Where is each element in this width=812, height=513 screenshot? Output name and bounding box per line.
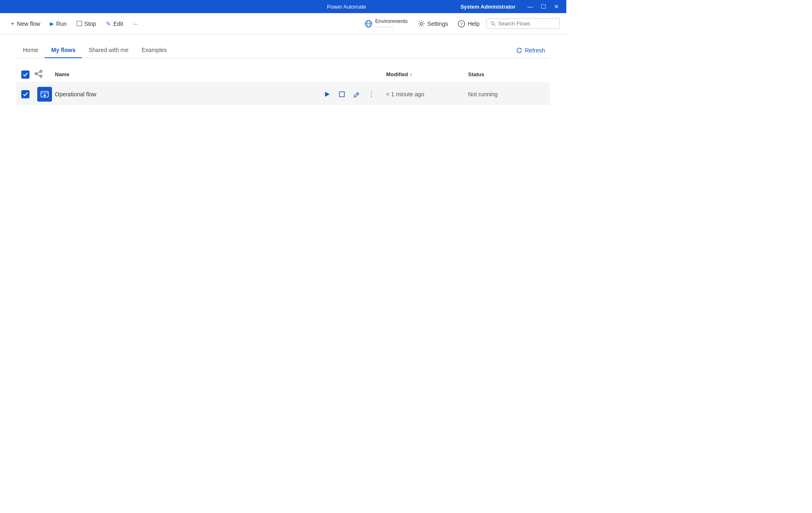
header-type-cell [34, 70, 55, 79]
toolbar: + New flow ▶ Run Stop ✎ Edit ··· Environ… [0, 13, 566, 34]
tab-my-flows[interactable]: My flows [45, 43, 82, 58]
edit-button[interactable]: ✎ Edit [102, 18, 127, 30]
header-status: Status [468, 71, 550, 77]
flow-name[interactable]: Operational flow [55, 91, 321, 98]
svg-text:?: ? [460, 21, 463, 26]
svg-marker-16 [325, 92, 330, 97]
svg-line-11 [37, 72, 40, 73]
flow-type-icon [34, 70, 43, 78]
row-edit-icon [353, 91, 360, 98]
edit-label: Edit [113, 20, 123, 27]
stop-button[interactable]: Stop [72, 18, 100, 30]
svg-point-15 [44, 95, 46, 97]
maximize-button[interactable]: ☐ [538, 2, 548, 11]
svg-line-12 [37, 74, 40, 76]
table-row: Operational flow ⋮ < 1 minute ago No [16, 84, 550, 105]
row-more-button[interactable]: ⋮ [365, 88, 378, 101]
svg-rect-17 [339, 92, 344, 97]
user-name: System Administrator [460, 4, 516, 10]
select-all-checkbox[interactable] [21, 70, 29, 79]
flow-icon-box [37, 87, 52, 102]
tab-shared-with-me[interactable]: Shared with me [82, 43, 135, 58]
environments-info: Environments ··············· [375, 18, 407, 29]
refresh-button[interactable]: Refresh [511, 44, 550, 57]
svg-point-6 [491, 22, 494, 25]
header-name: Name [55, 71, 321, 77]
search-input[interactable] [498, 20, 555, 27]
minimize-button[interactable]: — [525, 2, 535, 11]
env-subtitle: ··············· [375, 24, 407, 29]
help-icon: ? [458, 20, 465, 27]
row-run-button[interactable] [321, 88, 334, 101]
flow-status: Not running [468, 91, 550, 98]
toolbar-right: Environments ··············· Settings ? … [361, 16, 560, 32]
row-stop-button[interactable] [335, 88, 348, 101]
row-flow-icon-cell [34, 87, 55, 102]
search-icon [491, 21, 495, 27]
app-title: Power Automate [233, 4, 460, 10]
close-button[interactable]: ✕ [552, 2, 561, 11]
more-label: ··· [133, 20, 138, 27]
svg-point-9 [40, 70, 42, 73]
settings-label: Settings [427, 20, 448, 27]
sort-asc-icon: ↑ [409, 71, 412, 77]
edit-icon: ✎ [106, 20, 111, 27]
gear-icon [418, 20, 425, 27]
tabs-left: Home My flows Shared with me Examples [16, 43, 173, 58]
environments-button[interactable]: Environments ··············· [361, 16, 411, 32]
run-icon: ▶ [50, 21, 54, 27]
stop-label: Stop [84, 20, 96, 27]
environments-label: Environments [375, 18, 407, 24]
row-edit-button[interactable] [350, 88, 363, 101]
row-checkbox[interactable] [21, 90, 29, 98]
new-flow-button[interactable]: + New flow [7, 18, 44, 30]
help-label: Help [468, 20, 480, 27]
settings-button[interactable]: Settings [414, 18, 452, 30]
refresh-icon [516, 47, 522, 54]
tabs-container: Home My flows Shared with me Examples Re… [16, 43, 550, 58]
row-run-icon [324, 91, 330, 97]
main-content: Home My flows Shared with me Examples Re… [0, 34, 566, 113]
run-button[interactable]: ▶ Run [46, 18, 71, 30]
header-checkbox-cell [16, 70, 34, 79]
run-label: Run [56, 20, 67, 27]
help-button[interactable]: ? Help [455, 18, 483, 30]
svg-point-10 [40, 75, 42, 77]
svg-line-7 [494, 24, 495, 26]
flow-icon [40, 90, 49, 99]
svg-point-3 [420, 23, 423, 25]
tab-home[interactable]: Home [16, 43, 45, 58]
refresh-label: Refresh [525, 47, 545, 54]
table-header: Name Modified ↑ Status [16, 66, 550, 83]
new-flow-label: New flow [17, 20, 40, 27]
row-actions: ⋮ [321, 88, 386, 101]
checkmark-icon [23, 73, 28, 77]
row-checkmark-icon [23, 92, 28, 96]
stop-icon [77, 21, 82, 26]
plus-icon: + [11, 20, 14, 27]
more-button[interactable]: ··· [129, 18, 142, 30]
flow-modified: < 1 minute ago [386, 91, 468, 98]
header-modified[interactable]: Modified ↑ [386, 71, 468, 77]
search-box[interactable] [486, 18, 560, 29]
svg-point-8 [35, 73, 37, 75]
title-bar: Power Automate System Administrator — ☐ … [0, 0, 566, 13]
tab-examples[interactable]: Examples [135, 43, 173, 58]
row-stop-icon [339, 91, 345, 97]
globe-icon [364, 20, 373, 28]
row-checkbox-cell [16, 90, 34, 98]
